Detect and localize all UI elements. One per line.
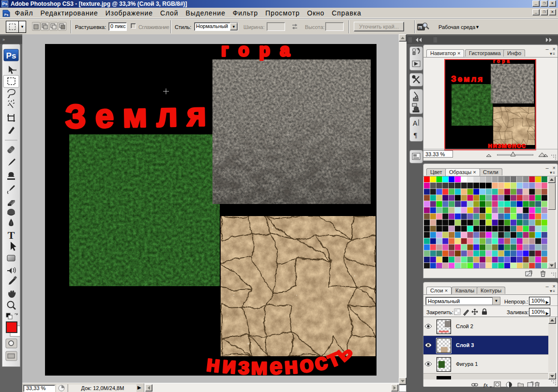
svg-text:Земля: Земля (451, 74, 484, 84)
svg-text:¶: ¶ (414, 131, 417, 139)
svg-text:низменос: низменос (488, 141, 526, 149)
svg-text:гора: гора (493, 60, 512, 64)
svg-text:T: T (8, 229, 15, 241)
svg-text:fx: fx (483, 382, 488, 388)
svg-text:Земля: Земля (65, 96, 216, 135)
svg-text:A: A (413, 119, 418, 127)
svg-text:гора: гора (221, 44, 300, 60)
svg-text:Ps: Ps (4, 13, 9, 16)
svg-text:Br: Br (419, 27, 422, 29)
svg-text:Ps: Ps (6, 51, 16, 60)
